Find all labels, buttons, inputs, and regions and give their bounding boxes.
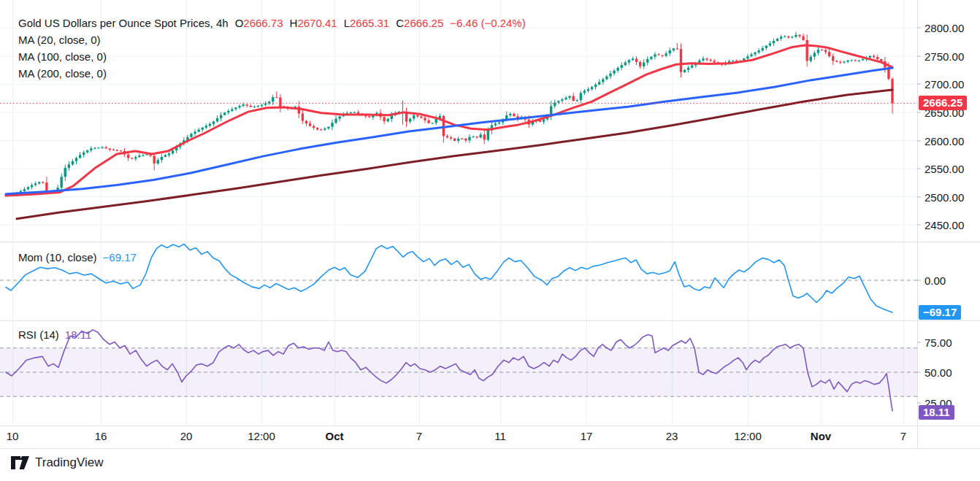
momentum-value-label: −69.17	[919, 305, 961, 320]
series-ma100	[6, 68, 892, 194]
price-axis-label: 2700.00	[925, 78, 964, 91]
rsi-value: 18.11	[65, 328, 91, 341]
last-price-label: 2666.25	[919, 96, 967, 110]
legend: Gold US Dollars per Ounce Spot Prices, 4…	[18, 15, 526, 82]
price-axis-label: 2600.00	[925, 135, 964, 147]
momentum-axis-label: 0.00	[925, 274, 946, 287]
open-value: 2666.73	[243, 17, 283, 29]
momentum-label: Mom (10, close)	[18, 251, 97, 263]
ma-legend: MA (20, close, 0)MA (100, close, 0)MA (2…	[18, 31, 526, 82]
time-axis-label: 16	[95, 430, 107, 442]
price-axis-label: 2450.00	[925, 219, 964, 231]
rsi-legend-row[interactable]: RSI (14)18.11	[18, 328, 91, 341]
time-axis-label: 12:00	[734, 430, 762, 442]
ma-legend-row[interactable]: MA (20, close, 0)	[18, 31, 526, 48]
time-axis-label: 23	[666, 430, 678, 442]
rsi-value-label: 18.11	[919, 405, 954, 420]
time-axis-label: Oct	[325, 430, 343, 442]
close-value: 2666.25	[404, 17, 443, 29]
time-axis-label: 20	[180, 430, 193, 442]
time-axis-label: 11	[494, 430, 506, 442]
low-label: L	[344, 17, 350, 29]
tradingview-logo-text: TradingView	[35, 455, 104, 470]
symbol-legend-row[interactable]: Gold US Dollars per Ounce Spot Prices, 4…	[18, 15, 526, 31]
ma-legend-row[interactable]: MA (100, close, 0)	[18, 48, 526, 65]
rsi-band	[0, 348, 917, 396]
price-axis-label: 2800.00	[925, 22, 964, 34]
momentum-value: −69.17	[103, 251, 137, 263]
price-axis-label: 2550.00	[925, 163, 964, 175]
close-label: C	[396, 17, 404, 29]
change-value: −6.46 (−0.24%)	[450, 17, 525, 29]
price-axis-label: 2500.00	[925, 191, 964, 204]
price-axis-label: 2750.00	[925, 50, 964, 63]
symbol-title: Gold US Dollars per Ounce Spot Prices, 4…	[18, 17, 229, 29]
ma-legend-row[interactable]: MA (200, close, 0)	[18, 65, 526, 82]
momentum-legend-row[interactable]: Mom (10, close)−69.17	[18, 251, 137, 263]
chart-root: Gold US Dollars per Ounce Spot Prices, 4…	[0, 0, 980, 481]
rsi-label: RSI (14)	[18, 328, 59, 341]
rsi-axis-label: 75.00	[925, 336, 952, 349]
time-axis-label: 7	[900, 430, 906, 442]
tradingview-logo-icon	[10, 455, 30, 470]
time-axis-label: 17	[581, 430, 593, 442]
series-mom(10)	[6, 244, 892, 312]
low-value: 2665.31	[350, 17, 389, 29]
time-axis-label: 10	[7, 430, 19, 442]
time-axis-label: Nov	[811, 430, 831, 442]
high-value: 2670.41	[297, 17, 337, 29]
tradingview-logo[interactable]: TradingView	[10, 455, 104, 470]
rsi-axis-label: 50.00	[925, 366, 952, 379]
time-axis-label: 12:00	[248, 430, 275, 442]
time-axis-label: 7	[416, 430, 422, 442]
high-label: H	[290, 17, 298, 29]
open-label: O	[235, 17, 244, 29]
